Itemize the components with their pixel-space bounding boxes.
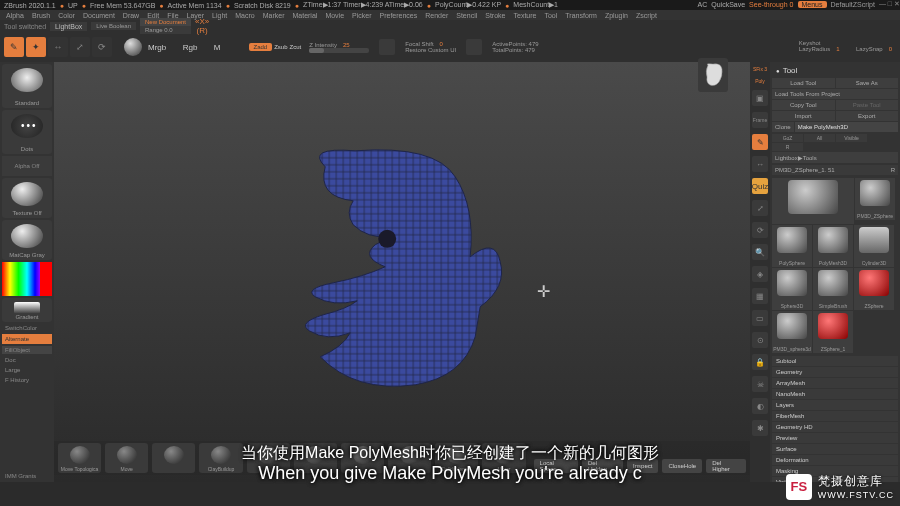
zintensity-slider[interactable] bbox=[309, 48, 369, 53]
gizmo-icon[interactable] bbox=[466, 39, 482, 55]
save-as-button[interactable]: Save As bbox=[836, 78, 899, 88]
r-button[interactable]: R bbox=[772, 143, 803, 151]
menu-movie[interactable]: Movie bbox=[325, 12, 344, 19]
move-mode-button[interactable]: ↔ bbox=[48, 37, 68, 57]
default-script[interactable]: DefaultZScript bbox=[831, 1, 875, 8]
tool-ZSphere_1[interactable]: ZSphere_1 bbox=[813, 311, 853, 353]
camera-thumbnail[interactable] bbox=[698, 58, 728, 92]
menu-document[interactable]: Document bbox=[83, 12, 115, 19]
m-button[interactable]: M bbox=[214, 43, 221, 52]
xpose-icon[interactable]: ✱ bbox=[752, 420, 768, 436]
quiz-label[interactable]: Quiz bbox=[752, 178, 768, 194]
move-icon[interactable]: ↔ bbox=[752, 156, 768, 172]
gradient-swatch[interactable]: Gradient bbox=[2, 298, 52, 322]
edit-mode-button[interactable]: ✎ bbox=[4, 37, 24, 57]
texture-swatch[interactable]: Texture Off bbox=[2, 178, 52, 218]
sfix-label[interactable]: SFix 3 bbox=[753, 66, 767, 72]
menu-marker[interactable]: Marker bbox=[263, 12, 285, 19]
paste-tool-button[interactable]: Paste Tool bbox=[836, 100, 899, 110]
redo-r[interactable]: (R) bbox=[197, 26, 208, 35]
scale-mode-button[interactable]: ⤢ bbox=[70, 37, 90, 57]
menu-render[interactable]: Render bbox=[425, 12, 448, 19]
section-subtool[interactable]: Subtool bbox=[772, 356, 898, 366]
zadd-button[interactable]: Zadd bbox=[249, 43, 273, 51]
section-geometry[interactable]: Geometry bbox=[772, 367, 898, 377]
section-fibermesh[interactable]: FiberMesh bbox=[772, 411, 898, 421]
all-button[interactable]: All bbox=[804, 134, 835, 142]
goz-button[interactable]: GoZ bbox=[772, 134, 803, 142]
window-controls[interactable]: — □ ✕ bbox=[879, 0, 900, 8]
menu-zscript[interactable]: Zscript bbox=[636, 12, 657, 19]
section-preview[interactable]: Preview bbox=[772, 433, 898, 443]
menu-draw[interactable]: Draw bbox=[123, 12, 139, 19]
alpha-swatch[interactable]: Alpha Off bbox=[2, 156, 52, 176]
local-icon[interactable]: ⊙ bbox=[752, 332, 768, 348]
lock-icon[interactable]: 🔒 bbox=[752, 354, 768, 370]
menu-stroke[interactable]: Stroke bbox=[485, 12, 505, 19]
persp-icon[interactable]: ▦ bbox=[752, 288, 768, 304]
menu-picker[interactable]: Picker bbox=[352, 12, 371, 19]
lightbox-tools-button[interactable]: Lightbox▶Tools bbox=[772, 152, 898, 163]
zoom-icon[interactable]: 🔍 bbox=[752, 244, 768, 260]
tool-PM3D_sphere3d[interactable]: PM3D_sphere3d bbox=[772, 311, 812, 353]
ghost-icon[interactable]: ☠ bbox=[752, 376, 768, 392]
menu-preferences[interactable]: Preferences bbox=[380, 12, 418, 19]
menu-zplugin[interactable]: Zplugin bbox=[605, 12, 628, 19]
stroke-swatch[interactable]: Dots bbox=[2, 110, 52, 154]
solo-icon[interactable]: ◐ bbox=[752, 398, 768, 414]
load-project-button[interactable]: Load Tools From Project bbox=[772, 89, 898, 99]
menu-color[interactable]: Color bbox=[58, 12, 75, 19]
menu-tool[interactable]: Tool bbox=[544, 12, 557, 19]
menu-macro[interactable]: Macro bbox=[235, 12, 254, 19]
tool-SimpleBrush[interactable]: SimpleBrush bbox=[813, 268, 853, 310]
tool-PolyMesh3D[interactable]: PolyMesh3D bbox=[813, 225, 853, 267]
scale-icon[interactable]: ⤢ bbox=[752, 200, 768, 216]
section-arraymesh[interactable]: ArrayMesh bbox=[772, 378, 898, 388]
brush-swatch[interactable]: Standard bbox=[2, 64, 52, 108]
zcut-button[interactable]: Zcut bbox=[290, 44, 302, 50]
restore-ui-button[interactable]: Restore Custom UI bbox=[405, 47, 456, 53]
tool-PolySphere[interactable]: PolySphere bbox=[772, 225, 812, 267]
section-layers[interactable]: Layers bbox=[772, 400, 898, 410]
fill-object[interactable]: FillObject bbox=[2, 346, 52, 354]
rotate-mode-button[interactable]: ⟳ bbox=[92, 37, 112, 57]
edit-icon[interactable]: ✎ bbox=[752, 134, 768, 150]
mrgb-button[interactable]: Mrgb bbox=[148, 43, 166, 52]
switch-color[interactable]: SwitchColor bbox=[2, 324, 52, 332]
material-swatch[interactable] bbox=[124, 38, 142, 56]
fit-icon[interactable]: ◈ bbox=[752, 266, 768, 282]
quicksave-button[interactable]: QuickSave bbox=[711, 1, 745, 8]
copy-tool-button[interactable]: Copy Tool bbox=[772, 100, 835, 110]
alternate-button[interactable]: Alternate bbox=[2, 334, 52, 344]
section-nanomesh[interactable]: NanoMesh bbox=[772, 389, 898, 399]
tool-Sphere3D[interactable]: Sphere3D bbox=[772, 268, 812, 310]
export-button[interactable]: Export bbox=[836, 111, 899, 121]
poly-label[interactable]: Poly bbox=[755, 78, 765, 84]
menu-stencil[interactable]: Stencil bbox=[456, 12, 477, 19]
menu-texture[interactable]: Texture bbox=[513, 12, 536, 19]
tool-Cylinder3D[interactable]: Cylinder3D bbox=[854, 225, 894, 267]
menu-alpha[interactable]: Alpha bbox=[6, 12, 24, 19]
range-slider[interactable]: Range 0.0 bbox=[140, 26, 191, 34]
tool-current[interactable] bbox=[772, 178, 854, 224]
floor-icon[interactable]: ▭ bbox=[752, 310, 768, 326]
tool-ZSphere[interactable]: ZSphere bbox=[854, 268, 894, 310]
load-tool-button[interactable]: Load Tool bbox=[772, 78, 835, 88]
rgb-button[interactable]: Rgb bbox=[183, 43, 198, 52]
undo-arrows[interactable]: «X» bbox=[195, 17, 209, 26]
menu-material[interactable]: Material bbox=[292, 12, 317, 19]
zsub-button[interactable]: Zsub bbox=[274, 44, 287, 50]
draw-mode-button[interactable]: ✦ bbox=[26, 37, 46, 57]
color-picker[interactable] bbox=[2, 262, 52, 296]
bpr-icon[interactable]: ▣ bbox=[752, 90, 768, 106]
material-swatch-left[interactable]: MatCap Gray bbox=[2, 220, 52, 260]
canvas[interactable]: ✛ bbox=[54, 62, 750, 482]
new-document-button[interactable]: New Document bbox=[140, 18, 191, 26]
menu-light[interactable]: Light bbox=[212, 12, 227, 19]
rotate-icon[interactable]: ⟳ bbox=[752, 222, 768, 238]
restore-icon[interactable] bbox=[379, 39, 395, 55]
tool-panel-header[interactable]: Tool bbox=[772, 64, 898, 77]
menus-toggle[interactable]: Menus bbox=[798, 1, 827, 8]
live-boolean-button[interactable]: Live Boolean bbox=[91, 22, 136, 30]
frame-label[interactable]: Frame bbox=[752, 112, 768, 128]
